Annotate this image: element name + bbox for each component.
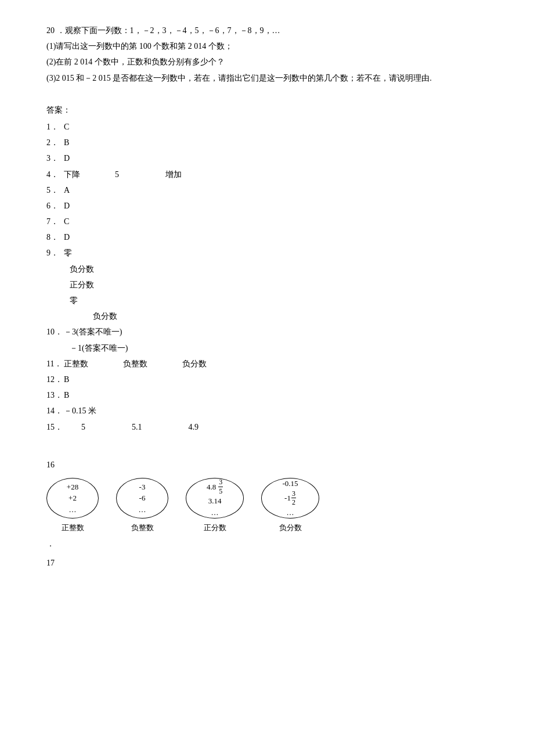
fraction-3-2: 3 2 — [291, 489, 296, 507]
answer-8: 8． D — [46, 230, 488, 244]
answer-14: 14． －0.15 米 — [46, 404, 488, 418]
oval-positive-integers-label: 正整数 — [62, 521, 84, 534]
answer-4: 4． 下降 5 增加 — [46, 167, 488, 182]
oval-negative-integers-shape: -3 -6 … — [116, 478, 168, 519]
answer-1: 1． C — [46, 120, 488, 134]
answer-9-sub2: 正分数 — [70, 278, 488, 292]
question-part2: (2)在前 2 014 个数中，正数和负数分别有多少个？ — [46, 55, 488, 69]
answer-5: 5． A — [46, 183, 488, 197]
answer-9-sub4: 负分数 — [93, 309, 488, 323]
section-17-label: 17 — [46, 556, 488, 570]
answer-9-sub1: 负分数 — [70, 262, 488, 276]
oval-positive-integers-shape: +28 +2 … — [46, 478, 99, 519]
diagram-section: 16 +28 +2 … 正整数 -3 -6 … 负整数 4.8 — [46, 458, 488, 571]
answer-10-sub1: －1(答案不唯一) — [70, 341, 488, 355]
oval-positive-fractions: 4.8 3 5 3.14 … 正分数 — [186, 478, 244, 534]
oval-negative-fractions-label: 负分数 — [279, 521, 302, 534]
answer-3: 3． D — [46, 151, 488, 165]
question-part1: (1)请写出这一列数中的第 100 个数和第 2 014 个数； — [46, 39, 488, 53]
answer-15: 15． 5 5.1 4.9 — [46, 420, 488, 434]
answer-12: 12． B — [46, 372, 488, 387]
question-intro: ．观察下面一列数：1，－2，3，－4，5，－6，7，－8，9，… — [57, 26, 280, 35]
dot-separator: ． — [46, 537, 488, 551]
question-section: 20 ．观察下面一列数：1，－2，3，－4，5，－6，7，－8，9，… (1)请… — [46, 23, 488, 85]
answer-9: 9． 零 — [46, 246, 488, 260]
answer-11: 11． 正整数 负整数 负分数 — [46, 357, 488, 371]
diagram-row: +28 +2 … 正整数 -3 -6 … 负整数 4.8 3 5 — [46, 478, 488, 534]
answer-2: 2． B — [46, 135, 488, 150]
answers-section: 答案： 1． C 2． B 3． D 4． 下降 5 增加 5． A 6． D … — [46, 103, 488, 434]
answer-6: 6． D — [46, 199, 488, 213]
oval-negative-integers: -3 -6 … 负整数 — [116, 478, 168, 534]
oval-negative-integers-label: 负整数 — [131, 521, 154, 534]
oval-negative-fractions-shape: -0.15 -1 3 2 … — [261, 478, 319, 519]
fraction-3-5: 3 5 — [218, 478, 223, 495]
question-number-line: 20 ．观察下面一列数：1，－2，3，－4，5，－6，7，－8，9，… — [46, 23, 488, 38]
section-16-label: 16 — [46, 458, 488, 472]
question-number: 20 — [46, 26, 55, 35]
answer-7: 7． C — [46, 214, 488, 229]
answer-13: 13． B — [46, 388, 488, 402]
oval-negative-fractions: -0.15 -1 3 2 … 负分数 — [261, 478, 319, 534]
question-part3: (3)2 015 和－2 015 是否都在这一列数中，若在，请指出它们是这一列数… — [46, 71, 488, 85]
answer-9-sub3: 零 — [70, 293, 488, 308]
answer-10: 10． －3(答案不唯一) — [46, 325, 488, 339]
oval-positive-fractions-shape: 4.8 3 5 3.14 … — [186, 478, 244, 519]
answers-title: 答案： — [46, 103, 488, 117]
oval-positive-fractions-label: 正分数 — [204, 521, 226, 534]
oval-positive-integers: +28 +2 … 正整数 — [46, 478, 99, 534]
